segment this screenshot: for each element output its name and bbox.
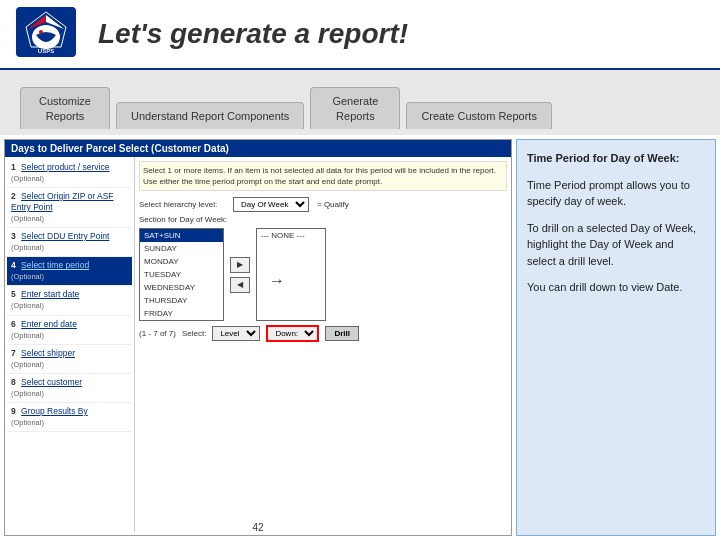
content-area: Select 1 or more items. If an item is no…: [135, 157, 511, 532]
step-5: 5 Enter start date (Optional): [7, 286, 132, 315]
info-para2: To drill on a selected Day of Week, high…: [527, 220, 705, 270]
step-8: 8 Select customer (Optional): [7, 374, 132, 403]
svg-point-5: [39, 30, 43, 34]
nav-tabs-container: Customize Reports Understand Report Comp…: [0, 70, 720, 135]
level-select[interactable]: Level None: [212, 326, 260, 341]
qualify-none-item: --- NONE ---: [257, 229, 325, 242]
tab-customize-reports[interactable]: Customize Reports: [20, 87, 110, 129]
steps-column: 1 Select product / service (Optional) 2 …: [5, 157, 135, 532]
hierarchy-row: Select hierarchy level: Day Of Week = Qu…: [139, 197, 507, 212]
day-item-friday[interactable]: FRIDAY: [140, 307, 223, 320]
step-6: 6 Enter end date (Optional): [7, 316, 132, 345]
qualify-list: --- NONE ---: [256, 228, 326, 321]
page-title: Let's generate a report!: [98, 18, 408, 50]
bottom-controls: (1 - 7 of 7) Select: Level None Down: Da…: [139, 325, 507, 342]
move-left-button[interactable]: ◀: [230, 277, 250, 293]
drill-select[interactable]: Down: Date: [266, 325, 319, 342]
tab-create-custom-reports[interactable]: Create Custom Reports: [406, 102, 552, 129]
info-para1: Time Period prompt allows you to specify…: [527, 177, 705, 210]
day-item-tuesday[interactable]: TUESDAY: [140, 268, 223, 281]
step-9: 9 Group Results By (Optional): [7, 403, 132, 432]
info-para3: You can drill down to view Date.: [527, 279, 705, 296]
instruction-text: Select 1 or more items. If an item is no…: [139, 161, 507, 191]
page-header: USPS Let's generate a report!: [0, 0, 720, 70]
drill-button[interactable]: Drill: [325, 326, 359, 341]
step-4: 4 Select time period (Optional): [7, 257, 132, 286]
main-content: Days to Deliver Parcel Select (Customer …: [0, 135, 720, 540]
arrow-buttons: ▶ ◀: [230, 228, 250, 321]
report-body: 1 Select product / service (Optional) 2 …: [5, 157, 511, 532]
day-list-container: SAT+SUN SUNDAY MONDAY TUESDAY WEDNESDAY …: [139, 228, 507, 321]
day-item-sunday[interactable]: SUNDAY: [140, 242, 223, 255]
step-1: 1 Select product / service (Optional): [7, 159, 132, 188]
logo-container: USPS: [16, 7, 86, 62]
info-title: Time Period for Day of Week:: [527, 150, 705, 167]
page-number: 42: [252, 522, 263, 533]
report-ui: Days to Deliver Parcel Select (Customer …: [5, 140, 511, 535]
hierarchy-select[interactable]: Day Of Week: [233, 197, 309, 212]
tab-understand-report-components[interactable]: Understand Report Components: [116, 102, 304, 129]
step-2: 2 Select Origin ZIP or ASF Entry Point (…: [7, 188, 132, 228]
screenshot-panel: Days to Deliver Parcel Select (Customer …: [4, 139, 512, 536]
day-list: SAT+SUN SUNDAY MONDAY TUESDAY WEDNESDAY …: [139, 228, 224, 321]
day-item-satday[interactable]: SAT+SUN: [140, 229, 223, 242]
step-7: 7 Select shipper (Optional): [7, 345, 132, 374]
day-item-wednesday[interactable]: WEDNESDAY: [140, 281, 223, 294]
info-panel: Time Period for Day of Week: Time Period…: [516, 139, 716, 536]
svg-text:USPS: USPS: [38, 48, 54, 54]
section-row: Section for Day of Week:: [139, 215, 507, 224]
report-header-bar: Days to Deliver Parcel Select (Customer …: [5, 140, 511, 157]
step-3: 3 Select DDU Entry Point (Optional): [7, 228, 132, 257]
day-item-thursday[interactable]: THURSDAY: [140, 294, 223, 307]
move-right-button[interactable]: ▶: [230, 257, 250, 273]
usps-logo-icon: USPS: [16, 7, 76, 57]
day-item-monday[interactable]: MONDAY: [140, 255, 223, 268]
drill-container: Down: Date: [266, 325, 319, 342]
tab-generate-reports[interactable]: Generate Reports: [310, 87, 400, 129]
